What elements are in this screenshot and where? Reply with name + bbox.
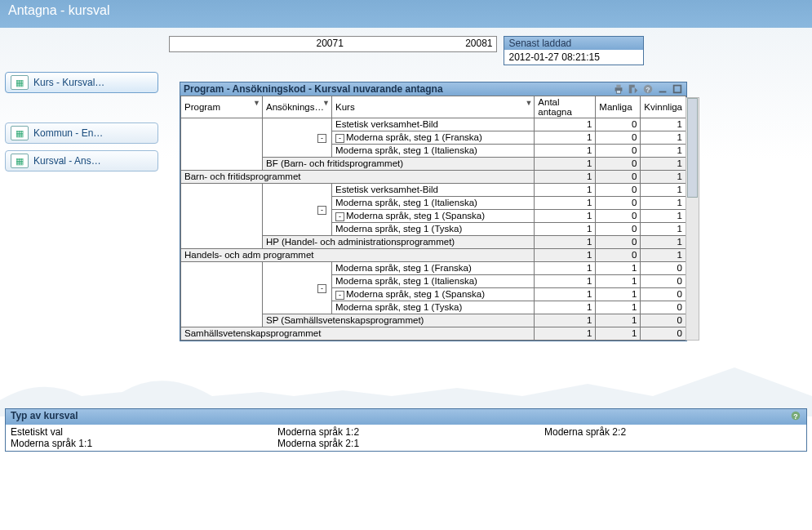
value-cell: 0 [596,158,641,171]
value-cell: 1 [535,275,596,288]
value-cell: 1 [596,314,641,327]
value-cell: 1 [596,288,641,301]
value-cell: 0 [596,223,641,236]
kurs-cell: Moderna språk, steg 1 (Tyska) [332,223,535,236]
value-cell: 1 [641,249,686,262]
value-cell: 0 [596,131,641,145]
minimize-icon[interactable] [657,83,668,95]
sidebar-item-kommun[interactable]: ▦ Kommun - En… [5,122,158,144]
kurs-cell: Moderna språk, steg 1 (Italienska) [332,145,535,158]
value-cell: 1 [535,145,596,158]
period-left: 20071 [317,38,344,49]
help-icon[interactable]: ? [790,410,801,424]
sidebar-item-label: Kurs - Kursval… [33,77,104,88]
list-item[interactable]: Moderna språk 1:2 [277,426,535,438]
value-cell: 0 [596,145,641,158]
value-cell: 0 [596,210,641,223]
value-cell: 1 [535,118,596,131]
value-cell: 1 [535,262,596,275]
value-cell: 0 [641,301,686,314]
scrollbar-thumb[interactable] [687,98,698,198]
col-manliga[interactable]: Manliga [596,96,641,118]
collapse-icon[interactable]: - [317,134,326,143]
value-cell: 0 [641,262,686,275]
program-sum-row[interactable]: Barn- och fritidsprogrammet101 [181,171,686,184]
export-icon[interactable] [628,83,639,95]
col-kvinnliga[interactable]: Kvinnliga [641,96,686,118]
program-sum-row[interactable]: Samhällsvetenskapsprogrammet110 [181,327,686,341]
value-cell: 0 [641,327,686,341]
subtotal-label: BF (Barn- och fritidsprogrammet) [263,158,535,171]
kurs-cell: Estetisk verksamhet-Bild [332,118,535,131]
value-cell: 0 [596,118,641,131]
period-selector[interactable]: 20071 20081 [169,36,497,52]
sidebar-item-kursval[interactable]: ▦ Kursval - Ans… [5,150,158,171]
value-cell: 0 [596,184,641,197]
value-cell: 0 [641,314,686,327]
panel-title-bar: Program - Ansökningskod - Kursval nuvara… [180,82,686,96]
bottom-panel: Typ av kursval ? Estetiskt val Moderna s… [5,408,807,452]
value-cell: 1 [535,171,596,184]
value-cell: 1 [535,184,596,197]
background-skyline [0,351,812,416]
value-cell: 1 [535,314,596,327]
bottom-title: Typ av kursval [11,410,78,424]
data-grid: Program▼ Ansöknings…▼ Kurs▼ Antal antagn… [180,96,686,341]
kurs-cell: -Moderna språk, steg 1 (Franska) [332,131,535,145]
svg-rect-6 [674,86,681,93]
dropdown-icon[interactable]: ▼ [253,99,260,107]
sidebar-item-kurs[interactable]: ▦ Kurs - Kursval… [5,72,158,93]
col-antal[interactable]: Antal antagna [535,96,596,118]
panel-title: Program - Ansökningskod - Kursval nuvara… [184,83,443,95]
col-kurs[interactable]: Kurs▼ [332,96,535,118]
list-item[interactable]: Moderna språk 1:1 [11,438,268,449]
table-row[interactable]: -Estetisk verksamhet-Bild101 [181,184,686,197]
value-cell: 0 [641,275,686,288]
value-cell: 0 [596,171,641,184]
dropdown-icon[interactable]: ▼ [525,99,532,107]
last-loaded-box: Senast laddad 2012-01-27 08:21:15 [504,36,644,65]
value-cell: 1 [596,301,641,314]
vertical-scrollbar[interactable] [686,97,699,341]
value-cell: 1 [535,158,596,171]
kurs-cell: Moderna språk, steg 1 (Italienska) [332,275,535,288]
value-cell: 1 [641,171,686,184]
value-cell: 1 [641,223,686,236]
list-item[interactable]: Estetiskt val [11,426,268,438]
value-cell: 1 [641,145,686,158]
collapse-icon[interactable]: - [317,206,326,215]
program-sum-row[interactable]: Handels- och adm programmet101 [181,249,686,262]
grid-plus-icon: ▦ [11,126,29,140]
bottom-col-2: Moderna språk 1:2 Moderna språk 2:1 [273,425,539,451]
print-icon[interactable] [613,83,624,95]
collapse-icon[interactable]: - [317,284,326,293]
col-program[interactable]: Program▼ [181,96,263,118]
list-item[interactable]: Moderna språk 2:1 [277,438,535,449]
bottom-col-1: Estetiskt val Moderna språk 1:1 [6,425,273,451]
svg-text:?: ? [793,412,797,421]
table-row[interactable]: -Moderna språk, steg 1 (Franska)110 [181,262,686,275]
value-cell: 1 [641,131,686,145]
ansokning-cell: - [263,118,332,158]
list-item[interactable]: Moderna språk 2:2 [544,426,801,438]
sidebar-item-label: Kommun - En… [33,127,103,139]
value-cell: 1 [535,131,596,145]
collapse-icon[interactable]: - [335,212,344,221]
maximize-icon[interactable] [672,83,683,95]
table-row[interactable]: -Estetisk verksamhet-Bild101 [181,118,686,131]
collapse-icon[interactable]: - [335,291,344,300]
main-grid-panel: Program - Ansökningskod - Kursval nuvara… [180,82,687,341]
sidebar: ▦ Kurs - Kursval… ▦ Kommun - En… ▦ Kursv… [5,72,158,178]
help-icon[interactable]: ? [642,83,654,95]
dropdown-icon[interactable]: ▼ [322,99,330,107]
value-cell: 1 [641,236,686,249]
program-cell [181,184,263,249]
grid-plus-icon: ▦ [11,154,29,168]
program-cell [181,262,263,327]
grid-plus-icon: ▦ [11,75,29,90]
col-ansokning[interactable]: Ansöknings…▼ [263,96,332,118]
value-cell: 0 [641,288,686,301]
ansokning-cell: - [263,184,332,236]
collapse-icon[interactable]: - [335,134,344,143]
program-sum-label: Handels- och adm programmet [181,249,535,262]
